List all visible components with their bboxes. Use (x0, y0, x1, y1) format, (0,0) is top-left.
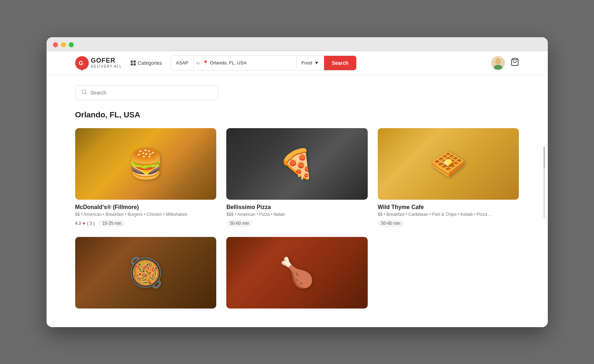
restaurant-image-pizza (226, 128, 368, 200)
svg-text:G: G (79, 60, 83, 66)
restaurant-image-bbq (226, 237, 368, 309)
restaurant-name: Bellissimo Pizza (226, 204, 368, 210)
restaurant-card-wildthyme[interactable]: Wild Thyme Cafe $$ • Breakfast • Caribbe… (378, 128, 519, 227)
browser-chrome (47, 37, 548, 51)
location-text: Orlando, FL, USA (210, 60, 247, 65)
logo-title: GOFER (91, 57, 122, 64)
restaurant-name: McDonald's® (Fillmore) (75, 204, 217, 210)
restaurant-meta: 50-60 min (378, 220, 519, 227)
location-pin-icon: 📍 (203, 60, 208, 65)
delivery-time: 50-60 min (226, 220, 252, 227)
delivery-time: 50-60 min (378, 220, 404, 227)
tags-more: ... (488, 212, 492, 217)
section-title: Orlando, FL, USA (75, 110, 519, 120)
grid-icon (131, 60, 136, 65)
logo-text: GOFER DELIVERY ALL (91, 57, 122, 68)
restaurant-meta: 4.3 ★ (3) 15-25 min (75, 220, 217, 227)
main-search-input[interactable] (91, 90, 212, 96)
main-content: Orlando, FL, USA McDonald's® (Fillmore) … (47, 75, 548, 327)
restaurant-image-waffles (378, 128, 519, 200)
close-dot[interactable] (53, 42, 58, 47)
restaurant-card-mcdonalds[interactable]: McDonald's® (Fillmore) $$ • American • B… (75, 128, 217, 227)
restaurant-image-asian (75, 237, 217, 309)
scrollbar[interactable] (544, 147, 545, 218)
maximize-dot[interactable] (69, 42, 74, 47)
restaurant-card-asian[interactable] (75, 237, 217, 313)
restaurant-tags: $$ • American • Breakfast • Burgers • Ch… (75, 212, 217, 217)
restaurant-tags: $$ • Breakfast • Caribbean • Fish & Chip… (378, 212, 519, 217)
scrollbar-thumb[interactable] (544, 147, 545, 168)
restaurant-name: Wild Thyme Cafe (378, 204, 519, 210)
search-bar: ASAP to 📍 Orlando, FL, USA Food ▼ Search (170, 55, 357, 71)
dropdown-arrow-icon: ▼ (314, 60, 319, 65)
navbar: G GOFER DELIVERY ALL Categories ASAP to (47, 51, 548, 75)
restaurant-rating: 4.3 ★ (3) (75, 221, 95, 226)
search-to: to (194, 57, 203, 69)
restaurant-image-burgers (75, 128, 217, 200)
logo-subtitle: DELIVERY ALL (91, 64, 122, 68)
search-location[interactable]: 📍 Orlando, FL, USA (203, 57, 296, 69)
nav-right (491, 56, 519, 70)
categories-button[interactable]: Categories (131, 60, 162, 66)
star-icon: ★ (82, 221, 86, 226)
search-category-select[interactable]: Food ▼ (296, 57, 324, 69)
logo-icon: G (75, 56, 89, 70)
category-label: Food (301, 60, 312, 65)
restaurant-meta: 50-60 min (226, 220, 368, 227)
restaurant-tags: $$$ • American • Pizza • Italian (226, 212, 368, 217)
svg-point-4 (496, 59, 500, 63)
minimize-dot[interactable] (61, 42, 66, 47)
search-input-wrap[interactable] (75, 85, 218, 100)
restaurant-grid: McDonald's® (Fillmore) $$ • American • B… (75, 128, 519, 313)
browser-body: G GOFER DELIVERY ALL Categories ASAP to (47, 51, 548, 327)
search-button[interactable]: Search (324, 56, 357, 70)
search-asap[interactable]: ASAP (171, 57, 194, 69)
categories-label: Categories (138, 60, 162, 66)
restaurant-card-bbq[interactable] (226, 237, 368, 313)
search-input-icon (81, 89, 87, 96)
avatar[interactable] (491, 56, 505, 70)
cart-icon[interactable] (511, 58, 519, 68)
delivery-time: 15-25 min (99, 220, 125, 227)
restaurant-card-bellissimo[interactable]: Bellissimo Pizza $$$ • American • Pizza … (226, 128, 368, 227)
logo[interactable]: G GOFER DELIVERY ALL (75, 56, 122, 70)
browser-window: G GOFER DELIVERY ALL Categories ASAP to (47, 37, 548, 327)
svg-line-7 (85, 93, 86, 94)
